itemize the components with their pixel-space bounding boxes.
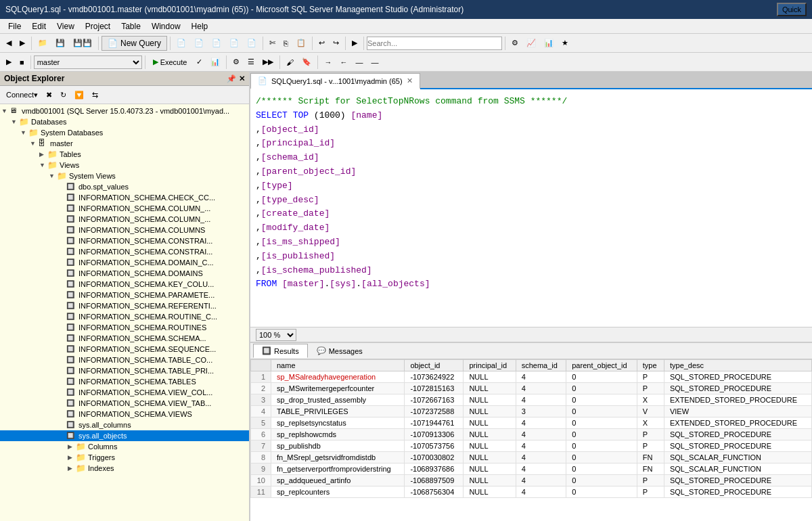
- results-tab[interactable]: 🔲 Results: [253, 344, 308, 358]
- table-row[interactable]: 10sp_addqueued_artinfo-1068897509NULL40P…: [251, 475, 812, 486]
- tree-item[interactable]: 🔲INFORMATION_SCHEMA.TABLE_CO...: [0, 355, 249, 365]
- cut-button[interactable]: ✄: [266, 36, 279, 51]
- tree-item[interactable]: ▼📁System Databases: [0, 127, 249, 138]
- tree-item[interactable]: 🔲INFORMATION_SCHEMA.CONSTRAI...: [0, 235, 249, 246]
- execute-button[interactable]: ▶ Execute: [148, 55, 192, 68]
- tree-item[interactable]: 🔲INFORMATION_SCHEMA.ROUTINES: [0, 322, 249, 333]
- menu-table[interactable]: Table: [116, 20, 146, 32]
- table-row[interactable]: 3sp_drop_trusted_assembly-1072667163NULL…: [251, 394, 812, 406]
- table-row[interactable]: 11sp_replcounters-1068756304NULL40PSQL_S…: [251, 486, 812, 498]
- column-header[interactable]: object_id: [405, 360, 464, 371]
- table-row[interactable]: 8fn_MSrepl_getsrvidfromdistdb-1070030802…: [251, 452, 812, 463]
- activity-button[interactable]: 📈: [523, 36, 539, 51]
- reports-button[interactable]: 📊: [541, 36, 557, 51]
- sql-tb-btn-2[interactable]: ■: [16, 55, 28, 70]
- redo-button[interactable]: ↪: [330, 36, 342, 51]
- tree-item[interactable]: 🔲INFORMATION_SCHEMA.VIEW_TAB...: [0, 398, 249, 409]
- tree-item[interactable]: 🔲INFORMATION_SCHEMA.ROUTINE_C...: [0, 311, 249, 322]
- results-to-button[interactable]: ☰: [244, 55, 258, 70]
- bookmarks-button[interactable]: 🔖: [298, 55, 315, 70]
- parse-button[interactable]: ✓: [193, 55, 206, 70]
- open-file-button[interactable]: 📄: [173, 36, 189, 51]
- properties-button[interactable]: ⚙: [508, 36, 522, 51]
- menu-file[interactable]: File: [3, 20, 26, 32]
- tree-item[interactable]: 🔲INFORMATION_SCHEMA.CHECK_CC...: [0, 192, 249, 203]
- table-row[interactable]: 2sp_MSwritemergeperfcounter-1072815163NU…: [251, 383, 812, 394]
- new-query-button[interactable]: 📄 New Query: [102, 36, 167, 51]
- sql-editor[interactable]: /****** Script for SelectTopNRows comman…: [250, 89, 812, 327]
- tb-btn-5[interactable]: 📄: [244, 36, 260, 51]
- tree-item[interactable]: 🔲INFORMATION_SCHEMA.PARAMETE...: [0, 290, 249, 300]
- tree-item[interactable]: ▼📁Views: [0, 160, 249, 171]
- oe-close-button[interactable]: ✕: [239, 74, 245, 83]
- menu-edit[interactable]: Edit: [26, 20, 51, 32]
- tree-item[interactable]: 🔲dbo.spt_values: [0, 181, 249, 192]
- paste-button[interactable]: 📋: [293, 36, 309, 51]
- tree-item[interactable]: 🔲sys.all_columns: [0, 420, 249, 430]
- table-row[interactable]: 1sp_MSalreadyhavegeneration-1073624922NU…: [251, 371, 812, 383]
- oe-filter-button[interactable]: 🔽: [71, 87, 87, 102]
- tb-btn-2[interactable]: 📄: [191, 36, 207, 51]
- menu-project[interactable]: Project: [80, 20, 116, 32]
- tree-item[interactable]: 🔲INFORMATION_SCHEMA.KEY_COLU...: [0, 279, 249, 290]
- table-row[interactable]: 7sp_publishdb-1070573756NULL40PSQL_STORE…: [251, 440, 812, 452]
- tree-item[interactable]: 🔲INFORMATION_SCHEMA.COLUMNS: [0, 225, 249, 235]
- tree-expander-icon[interactable]: ▼: [1, 108, 9, 114]
- table-row[interactable]: 9fn_getserverportfromproviderstring-1068…: [251, 463, 812, 475]
- oe-pin-button[interactable]: 📌: [227, 74, 236, 83]
- tree-expander-icon[interactable]: ▼: [11, 118, 19, 125]
- tree-expander-icon[interactable]: ▼: [20, 129, 28, 136]
- tree-item[interactable]: 🔲INFORMATION_SCHEMA.CONSTRAI...: [0, 246, 249, 257]
- tree-item[interactable]: 🔲INFORMATION_SCHEMA.REFERENTI...: [0, 300, 249, 311]
- tree-expander-icon[interactable]: ▶: [68, 454, 76, 461]
- oe-refresh-button[interactable]: ↻: [57, 87, 70, 102]
- column-header[interactable]: parent_object_id: [566, 360, 637, 371]
- tree-item[interactable]: ▶📁Triggers: [0, 452, 249, 463]
- copy-button[interactable]: ⎘: [280, 36, 292, 51]
- menu-window[interactable]: Window: [146, 20, 186, 32]
- tree-item[interactable]: 🔲INFORMATION_SCHEMA.COLUMN_...: [0, 203, 249, 214]
- tree-item[interactable]: 🔲INFORMATION_SCHEMA.TABLE_PRI...: [0, 365, 249, 376]
- table-row[interactable]: 6sp_replshowcmds-1070913306NULL40PSQL_ST…: [251, 429, 812, 440]
- forward-button[interactable]: ▶: [16, 36, 28, 51]
- zoom-selector[interactable]: 100 % 75 % 125 %: [256, 329, 296, 341]
- tree-expander-icon[interactable]: ▼: [49, 173, 57, 179]
- highlight-button[interactable]: 🖌: [283, 55, 297, 70]
- tree-item[interactable]: 🔲INFORMATION_SCHEMA.VIEW_COL...: [0, 387, 249, 398]
- quick-launch-button[interactable]: Quick: [777, 3, 807, 16]
- sql-tb-btn-1[interactable]: ▶: [3, 55, 15, 70]
- results-grid[interactable]: nameobject_idprincipal_idschema_idparent…: [250, 359, 812, 521]
- tree-item[interactable]: 🔲INFORMATION_SCHEMA.DOMAINS: [0, 268, 249, 279]
- outdent-button[interactable]: ←: [336, 55, 351, 70]
- query-tab-close[interactable]: ✕: [407, 76, 413, 85]
- tree-item[interactable]: 🔲INFORMATION_SCHEMA.SCHEMA...: [0, 333, 249, 344]
- table-row[interactable]: 4TABLE_PRIVILEGES-1072372588NULL30VVIEW: [251, 406, 812, 417]
- column-header[interactable]: schema_id: [516, 360, 566, 371]
- query-opts-button[interactable]: ⚙: [229, 55, 243, 70]
- column-header[interactable]: type: [637, 360, 664, 371]
- tree-item[interactable]: ▶📁Tables: [0, 149, 249, 160]
- tree-expander-icon[interactable]: ▼: [39, 162, 47, 168]
- oe-connect-button[interactable]: Connect ▾: [3, 87, 41, 102]
- menu-help[interactable]: Help: [186, 20, 214, 32]
- tree-expander-icon[interactable]: ▶: [68, 465, 76, 472]
- tree-item[interactable]: 🔲INFORMATION_SCHEMA.TABLES: [0, 376, 249, 387]
- tree-item[interactable]: 🔲INFORMATION_SCHEMA.SEQUENCE...: [0, 344, 249, 355]
- tree-item[interactable]: ▶📁Indexes: [0, 463, 249, 474]
- column-header[interactable]: [251, 360, 271, 371]
- tb-btn-3[interactable]: 📄: [208, 36, 225, 51]
- tree-item[interactable]: 🔲INFORMATION_SCHEMA.VIEWS: [0, 409, 249, 420]
- display-estimated-button[interactable]: 📊: [207, 55, 223, 70]
- save-all-button[interactable]: 💾💾: [70, 36, 95, 51]
- tree-item[interactable]: ▶📁Columns: [0, 441, 249, 452]
- tree-item[interactable]: ▼🖥vmdb001001 (SQL Server 15.0.4073.23 - …: [0, 106, 249, 116]
- debug-button[interactable]: ▶: [348, 36, 361, 51]
- table-row[interactable]: 5sp_replsetsyncstatus-1071944761NULL40XE…: [251, 417, 812, 429]
- include-actual-button[interactable]: ▶▶: [259, 55, 277, 70]
- messages-tab[interactable]: 💬 Messages: [308, 344, 371, 358]
- tree-item[interactable]: 🔲INFORMATION_SCHEMA.DOMAIN_C...: [0, 257, 249, 268]
- tree-item[interactable]: ▼🗄master: [0, 138, 249, 149]
- uncomment-button[interactable]: —: [367, 55, 382, 70]
- registered-button[interactable]: ★: [558, 36, 572, 51]
- query-tab-1[interactable]: 📄 SQLQuery1.sql - v...1001\myadmin (65) …: [250, 73, 420, 89]
